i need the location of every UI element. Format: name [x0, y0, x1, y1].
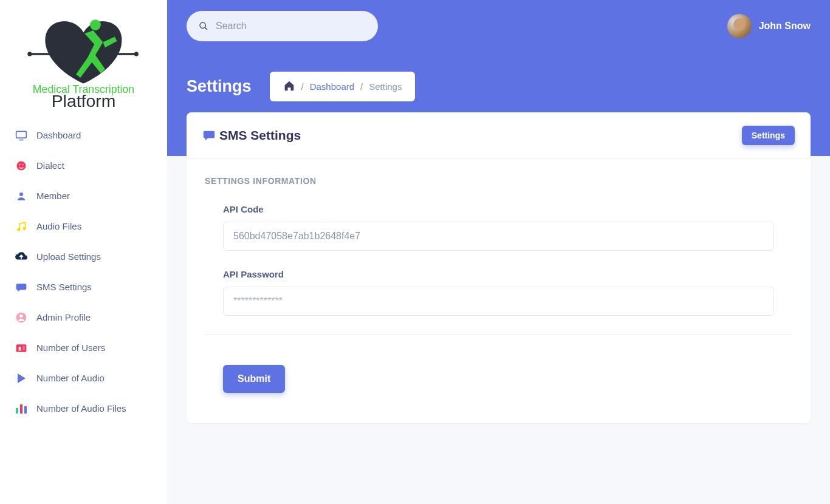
svg-rect-20 [24, 406, 27, 414]
user-name: John Snow [759, 21, 811, 32]
svg-line-22 [205, 27, 207, 30]
sidebar-item-label: SMS Settings [36, 282, 92, 292]
id-icon [15, 341, 28, 355]
sidebar-item-number-users[interactable]: Number of Users [0, 333, 167, 363]
avatar-icon [15, 311, 28, 324]
sidebar-item-label: Number of Audio [36, 373, 105, 383]
svg-point-9 [17, 228, 20, 231]
content: SMS Settings Settings Settings informati… [167, 112, 830, 448]
search-input[interactable] [216, 21, 366, 32]
svg-point-14 [18, 346, 21, 349]
sidebar-item-label: Number of Users [36, 342, 105, 353]
sidebar-item-label: Member [36, 191, 70, 201]
person-icon [15, 189, 28, 203]
sidebar-item-audio-files[interactable]: Audio Files [0, 211, 167, 242]
submit-button[interactable]: Submit [223, 365, 285, 393]
sidebar-item-admin-profile[interactable]: Admin Profile [0, 302, 167, 333]
svg-point-2 [90, 19, 101, 30]
topbar: John Snow [167, 0, 830, 52]
brand-line2: Platform [52, 91, 116, 108]
breadcrumb-dashboard[interactable]: Dashboard [310, 81, 354, 92]
sidebar-nav: Dashboard Dialect Member Audio Files [0, 114, 167, 424]
page-title: Settings [187, 77, 252, 96]
breadcrumb-current: Settings [369, 81, 402, 92]
svg-rect-19 [20, 404, 22, 414]
svg-point-0 [27, 52, 32, 56]
cloud-up-icon [15, 250, 28, 264]
divider [205, 334, 792, 335]
settings-button[interactable]: Settings [742, 126, 795, 145]
logo-icon: Medical Transcription Platform [24, 11, 143, 108]
svg-rect-18 [16, 408, 18, 414]
sidebar-item-member[interactable]: Member [0, 181, 167, 211]
api-code-label: API Code [223, 204, 774, 214]
search-icon [199, 21, 208, 31]
avatar [727, 14, 752, 38]
svg-rect-3 [16, 131, 27, 138]
sidebar-item-label: Audio Files [36, 221, 81, 231]
svg-rect-13 [16, 344, 27, 352]
bars-icon [15, 402, 28, 415]
api-code-input[interactable] [223, 222, 774, 251]
main: John Snow Settings / Dashboard / Setting… [167, 0, 830, 504]
home-icon [283, 80, 295, 93]
sidebar-item-label: Upload Settings [36, 251, 101, 262]
breadcrumb-separator: / [360, 81, 363, 92]
api-password-label: API Password [223, 269, 774, 279]
sidebar-item-number-audio-files[interactable]: Number of Audio Files [0, 393, 167, 424]
brand-logo[interactable]: Medical Transcription Platform [0, 0, 167, 114]
sidebar-item-label: Dashboard [36, 130, 81, 140]
api-password-group: API Password [223, 269, 774, 316]
svg-point-10 [23, 226, 26, 230]
api-code-group: API Code [223, 204, 774, 251]
music-icon [15, 220, 28, 233]
chat-icon [15, 281, 28, 294]
monitor-icon [15, 129, 28, 142]
sidebar-item-dashboard[interactable]: Dashboard [0, 120, 167, 151]
emoji-icon [15, 159, 28, 172]
sidebar-item-number-audio[interactable]: Number of Audio [0, 363, 167, 393]
svg-marker-17 [18, 373, 26, 383]
svg-point-6 [19, 164, 20, 165]
sidebar-item-label: Admin Profile [36, 312, 91, 322]
api-password-input[interactable] [223, 287, 774, 316]
sidebar-item-sms-settings[interactable]: SMS Settings [0, 272, 167, 302]
svg-point-1 [134, 52, 139, 56]
svg-point-12 [19, 314, 22, 317]
svg-point-5 [17, 161, 26, 170]
sidebar-item-label: Dialect [36, 160, 64, 171]
card-header: SMS Settings Settings [187, 112, 811, 159]
svg-point-7 [22, 164, 23, 165]
breadcrumb-home[interactable] [283, 80, 295, 93]
svg-point-21 [200, 22, 205, 28]
svg-point-8 [19, 192, 23, 196]
breadcrumb-separator: / [301, 81, 304, 92]
card-body: Settings information API Code API Passwo… [187, 159, 811, 423]
section-label: Settings information [205, 176, 792, 186]
chat-icon [202, 129, 216, 142]
user-menu[interactable]: John Snow [727, 14, 811, 38]
play-icon [15, 372, 28, 385]
sidebar-item-dialect[interactable]: Dialect [0, 151, 167, 181]
breadcrumb: / Dashboard / Settings [270, 72, 416, 101]
sms-settings-card: SMS Settings Settings Settings informati… [187, 112, 811, 423]
card-title: SMS Settings [219, 128, 301, 143]
sidebar-item-label: Number of Audio Files [36, 403, 126, 414]
sidebar-item-upload-settings[interactable]: Upload Settings [0, 242, 167, 272]
sidebar: Medical Transcription Platform Dashboard… [0, 0, 167, 504]
search-box[interactable] [187, 11, 378, 41]
